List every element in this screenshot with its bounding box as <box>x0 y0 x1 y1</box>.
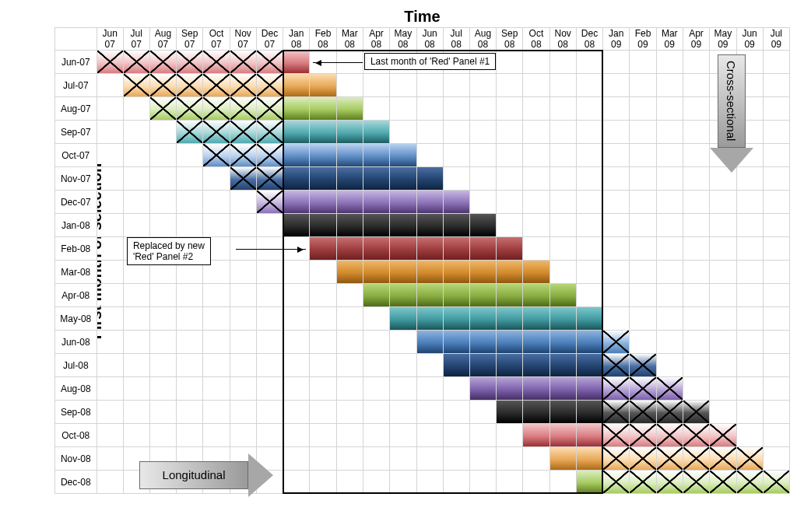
grid-cell <box>736 471 763 494</box>
grid-cell <box>497 354 523 377</box>
grid-cell <box>469 424 496 447</box>
grid-cell <box>469 191 496 214</box>
panel-cell <box>470 214 496 236</box>
grid-cell <box>177 121 203 144</box>
grid-cell <box>523 214 549 237</box>
grid-cell <box>363 424 389 447</box>
panel-cell <box>470 261 496 283</box>
grid-cell <box>576 284 602 307</box>
grid-cell <box>630 51 656 74</box>
panel-cell <box>230 97 256 120</box>
grid-cell <box>149 214 176 237</box>
grid-cell <box>256 354 283 377</box>
panel-cell <box>124 74 149 96</box>
panel-cell <box>550 401 576 423</box>
panel-cell <box>737 471 763 493</box>
grid-cell <box>443 261 469 284</box>
grid-cell <box>443 331 469 354</box>
panel-cell <box>603 354 629 376</box>
panel-cell <box>444 191 469 213</box>
grid-cell <box>497 74 523 97</box>
grid-cell <box>149 331 176 354</box>
grid-cell <box>576 331 602 354</box>
grid-cell <box>336 447 363 471</box>
grid-cell <box>523 97 549 121</box>
grid-cell <box>416 424 443 447</box>
panel-cell <box>523 284 549 306</box>
grid-cell <box>390 121 416 144</box>
panel-cell <box>283 167 309 190</box>
grid-cell <box>123 377 149 401</box>
grid-cell <box>283 447 310 471</box>
grid-cell <box>123 307 149 331</box>
grid-cell <box>656 237 683 261</box>
grid-cell <box>123 97 149 121</box>
panel-cell <box>657 424 683 446</box>
grid-cell <box>630 261 656 284</box>
grid-cell <box>469 307 496 331</box>
grid-cell <box>443 377 469 401</box>
panel-cell <box>603 401 629 423</box>
grid-cell <box>390 377 416 401</box>
panel-cell <box>283 144 309 166</box>
grid-cell <box>97 74 123 97</box>
grid-cell <box>363 74 389 97</box>
grid-cell <box>97 191 123 214</box>
grid-cell <box>416 121 443 144</box>
panel-cell <box>577 424 602 446</box>
grid-cell <box>283 424 310 447</box>
grid-cell <box>416 331 443 354</box>
grid-cell <box>230 214 256 237</box>
panel-cell <box>497 331 522 353</box>
grid-cell <box>630 354 656 377</box>
grid-cell <box>549 471 576 494</box>
grid-cell <box>123 401 149 424</box>
grid-cell <box>336 377 363 401</box>
grid-cell <box>203 307 230 331</box>
grid-cell <box>443 191 469 214</box>
grid-cell <box>763 307 789 331</box>
grid-cell <box>149 377 176 401</box>
grid-cell <box>97 424 123 447</box>
grid-cell <box>416 237 443 261</box>
grid-cell <box>123 214 149 237</box>
panel-cell <box>283 51 309 73</box>
panel-cell <box>390 237 416 260</box>
panel-cell <box>177 97 202 120</box>
grid-cell <box>549 354 576 377</box>
grid-cell <box>97 97 123 121</box>
grid-cell <box>630 121 656 144</box>
grid-cell <box>230 261 256 284</box>
grid-cell <box>310 307 336 331</box>
row-label: Dec-08 <box>55 471 97 494</box>
panel-cell <box>363 144 389 166</box>
grid-cell <box>390 424 416 447</box>
panel-cell <box>124 51 149 73</box>
grid-cell <box>443 284 469 307</box>
grid-cell <box>736 377 763 401</box>
panel-cell <box>177 74 202 96</box>
grid-cell <box>177 191 203 214</box>
grid-cell <box>97 237 123 261</box>
grid-cell <box>390 97 416 121</box>
grid-cell <box>97 144 123 167</box>
grid-cell <box>97 471 123 494</box>
grid-cell <box>256 261 283 284</box>
grid-cell <box>497 237 523 261</box>
grid-cell <box>576 121 602 144</box>
grid-cell <box>523 471 549 494</box>
panel-cell <box>630 471 655 493</box>
grid-cell <box>97 51 123 74</box>
panel-cell <box>497 401 522 423</box>
grid-cell <box>630 307 656 331</box>
panel-cell <box>737 447 763 470</box>
panel-cell <box>150 51 176 73</box>
grid-cell <box>763 74 789 97</box>
col-header: Nov07 <box>230 28 256 51</box>
panel-cell <box>523 261 549 283</box>
panel-cell <box>417 167 443 190</box>
grid-cell <box>549 307 576 331</box>
grid-cell <box>443 237 469 261</box>
grid-cell <box>630 144 656 167</box>
grid-cell <box>149 401 176 424</box>
